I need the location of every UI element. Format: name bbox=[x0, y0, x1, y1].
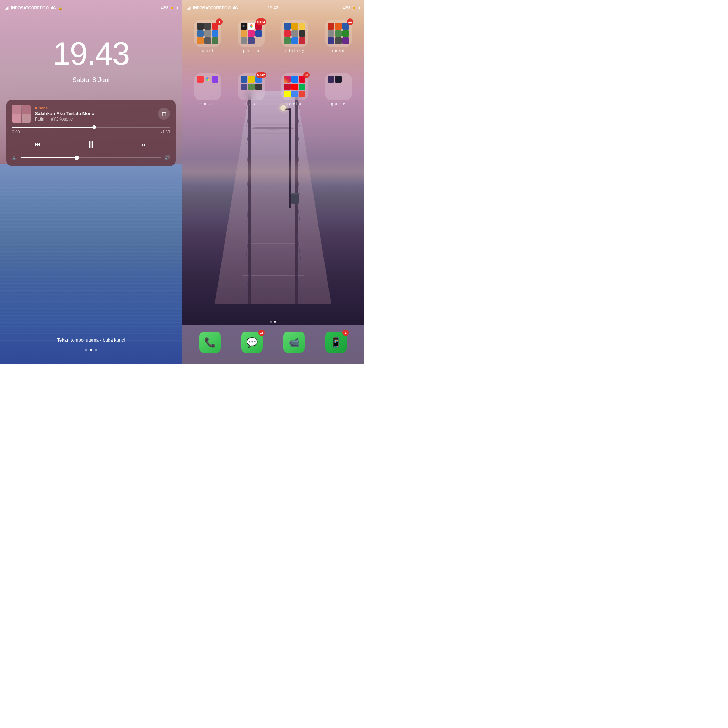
messages-icon: 💬 bbox=[246, 337, 258, 348]
home-status-bar: INDOSATOOREDOO 4G 19.43 ⊙ 42% bbox=[182, 0, 364, 13]
lock-network: 4G bbox=[51, 6, 56, 10]
album-art bbox=[12, 104, 31, 123]
music-artist: Fatin — #Y2Koustic bbox=[35, 116, 154, 122]
lock-battery-fill bbox=[171, 7, 173, 9]
home-status-left: INDOSATOOREDOO 4G bbox=[187, 6, 238, 10]
folder-music[interactable]: m u s i c bbox=[188, 73, 228, 106]
whatsapp-icon: 📱 bbox=[330, 337, 342, 348]
folder-read-badge: 11 bbox=[347, 18, 353, 25]
progress-thumb bbox=[92, 125, 96, 129]
volume-thumb bbox=[75, 156, 79, 160]
dock-messages-badge: 18 bbox=[258, 329, 265, 336]
lock-dot-0 bbox=[85, 349, 87, 351]
lock-location-icon: ⊙ bbox=[156, 6, 159, 10]
progress-remaining: -1.53 bbox=[161, 130, 170, 134]
folder-read-label: r e a d bbox=[332, 49, 344, 53]
airplay-icon: ⊡ bbox=[162, 110, 166, 117]
folder-utility-label: u t i l i t y bbox=[286, 49, 304, 53]
forward-button[interactable]: ⏭ bbox=[141, 141, 147, 148]
folder-shit[interactable]: 1 s h i t bbox=[188, 20, 228, 53]
progress-bar[interactable] bbox=[12, 127, 170, 128]
home-dot-0 bbox=[270, 321, 272, 323]
lock-dot-1 bbox=[90, 349, 92, 351]
signal-bar-2 bbox=[6, 8, 7, 9]
folder-shit-label: s h i t bbox=[202, 49, 213, 53]
svg-point-38 bbox=[252, 127, 294, 130]
folder-game[interactable]: g a m e bbox=[318, 73, 359, 106]
dock-facetime[interactable]: 📹 bbox=[283, 332, 304, 353]
dock: 📞 18 💬 📹 1 📱 bbox=[182, 325, 364, 364]
lock-status-left: INDOSATOOREDOO 4G 🔒 bbox=[5, 6, 63, 10]
lock-screen: INDOSATOOREDOO 4G 🔒 ⊙ 42% 19.43 Sabtu, 8… bbox=[0, 0, 182, 364]
lock-status-right: ⊙ 42% bbox=[156, 6, 177, 10]
dock-phone[interactable]: 📞 bbox=[199, 332, 221, 353]
home-signal-2 bbox=[188, 8, 189, 9]
music-controls: ⏮ ⏸ ⏭ bbox=[12, 136, 170, 153]
volume-max-icon: 🔊 bbox=[164, 155, 170, 160]
home-battery-icon bbox=[352, 6, 359, 10]
music-info: iPhone Salahkah Aku Terlalu Menc Fatin —… bbox=[35, 106, 154, 122]
home-page-dots bbox=[182, 321, 364, 323]
volume-section: 🔈 🔊 bbox=[12, 155, 170, 160]
lock-page-dots bbox=[0, 349, 182, 351]
svg-rect-37 bbox=[291, 193, 300, 195]
screen-divider bbox=[182, 0, 182, 364]
home-signal-bars bbox=[187, 6, 191, 9]
lock-bottom-text: Tekan tombol utama - buka kunci bbox=[0, 337, 182, 343]
folder-photo-badge: 5.542 bbox=[256, 18, 266, 25]
facetime-icon: 📹 bbox=[288, 337, 300, 348]
home-screen: INDOSATOOREDOO 4G 19.43 ⊙ 42% 1 bbox=[182, 0, 364, 364]
home-battery-fill bbox=[353, 7, 355, 9]
signal-bar-1 bbox=[5, 9, 6, 9]
dock-whatsapp[interactable]: 1 📱 bbox=[325, 332, 347, 353]
home-signal-3 bbox=[189, 7, 190, 9]
folder-social[interactable]: 68 s o c i a l bbox=[275, 73, 315, 106]
folder-social-badge: 68 bbox=[303, 72, 310, 78]
folder-photo-label: p h o t o bbox=[243, 49, 259, 53]
dock-facetime-icon: 📹 bbox=[283, 332, 304, 353]
home-time-center: 19.43 bbox=[268, 5, 278, 10]
folder-trash-label: t r a s h bbox=[244, 102, 259, 106]
svg-marker-0 bbox=[215, 91, 331, 304]
folder-photo[interactable]: 5.542 p h o t o bbox=[231, 20, 272, 53]
rewind-button[interactable]: ⏮ bbox=[35, 141, 41, 148]
home-network: 4G bbox=[233, 6, 238, 10]
lock-time: 19.43 bbox=[0, 35, 182, 72]
lock-dot-camera bbox=[95, 349, 97, 351]
lock-icon: 🔒 bbox=[58, 6, 63, 10]
volume-bar[interactable] bbox=[21, 157, 161, 158]
signal-bar-4 bbox=[8, 6, 9, 9]
progress-section: 2.00 -1.53 bbox=[12, 127, 170, 134]
signal-bar-3 bbox=[7, 7, 8, 9]
folder-game-label: g a m e bbox=[331, 102, 346, 106]
signal-bars bbox=[5, 6, 9, 9]
home-carrier: INDOSATOOREDOO bbox=[193, 6, 231, 10]
airplay-button[interactable]: ⊡ bbox=[158, 108, 170, 120]
app-grid-row2: m u s i c 5.542 t r a s h 68 bbox=[182, 70, 364, 109]
folder-music-label: m u s i c bbox=[199, 102, 216, 106]
dock-whatsapp-badge: 1 bbox=[342, 329, 349, 336]
volume-fill bbox=[21, 157, 77, 158]
dock-messages[interactable]: 18 💬 bbox=[242, 332, 263, 353]
music-header: iPhone Salahkah Aku Terlalu Menc Fatin —… bbox=[12, 104, 170, 123]
home-signal-1 bbox=[187, 9, 188, 9]
progress-fill bbox=[12, 127, 94, 128]
folder-social-label: s o c i a l bbox=[286, 102, 304, 106]
music-title: Salahkah Aku Terlalu Menc bbox=[35, 111, 154, 116]
lock-battery-pct: 42% bbox=[161, 6, 168, 10]
dock-phone-icon: 📞 bbox=[199, 332, 221, 353]
lock-ocean bbox=[0, 164, 182, 364]
phone-icon: 📞 bbox=[204, 337, 216, 348]
home-signal-4 bbox=[190, 6, 191, 9]
home-battery-pct: 42% bbox=[343, 6, 350, 10]
progress-times: 2.00 -1.53 bbox=[12, 130, 170, 134]
folder-utility[interactable]: u t i l i t y bbox=[275, 20, 315, 53]
folder-trash-badge: 5.542 bbox=[256, 72, 266, 78]
folder-trash[interactable]: 5.542 t r a s h bbox=[231, 73, 272, 106]
svg-rect-32 bbox=[289, 109, 291, 208]
lock-carrier: INDOSATOOREDOO bbox=[11, 6, 49, 10]
home-dot-1 bbox=[274, 321, 276, 323]
pause-button[interactable]: ⏸ bbox=[86, 139, 96, 150]
home-location-icon: ⊙ bbox=[338, 6, 341, 10]
folder-read[interactable]: 11 r e a d bbox=[318, 20, 359, 53]
